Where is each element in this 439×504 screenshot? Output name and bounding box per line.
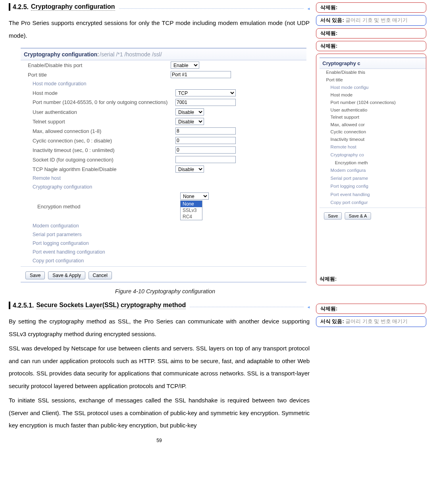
thumb-row: Enable/Disable this (326, 70, 403, 75)
nagle-select[interactable]: Disable (175, 165, 204, 173)
portnum-label: Port number (1024-65535, 0 for only outg… (33, 99, 175, 106)
serialparams-link[interactable]: Serial port parameters (21, 230, 306, 239)
userauth-label: User authentication (33, 109, 175, 115)
userauth-select[interactable]: Disable (175, 108, 204, 115)
leader-line (190, 307, 304, 307)
thumb-row: Modem configura (320, 166, 426, 174)
nagle-label: TCP Nagle algorithm Enable/Disable (33, 166, 175, 172)
cyclic-input[interactable] (175, 137, 236, 144)
telnet-select[interactable]: Disable (175, 118, 204, 125)
paragraph-3: SSL was developed by Netscape for use be… (9, 342, 310, 392)
cryptocfg-link[interactable]: Cryptography configuration (21, 183, 306, 191)
thumb-save-button[interactable]: Save (324, 212, 342, 219)
enc-option-none[interactable]: None (181, 201, 202, 207)
hostmodecfg-link[interactable]: Host mode configuration (21, 79, 306, 88)
maxconn-label: Max, allowed connection (1-8) (33, 128, 175, 134)
telnet-label: Telnet support (33, 119, 175, 125)
heading-text: Secure Sockets Layer(SSL) cryptography m… (36, 302, 186, 309)
comment-format-1: 서식 있음: 글머리 기호 및 번호 매기기 (316, 15, 426, 25)
paragraph-1: The Pro Series supports encrypted sessio… (9, 17, 310, 42)
save-apply-button[interactable]: Save & Apply (48, 271, 85, 279)
thumb-row: Port logging config (320, 183, 426, 190)
comment-deleted-3: 삭제됨: (316, 41, 426, 51)
heading-425: 4.2.5. Cryptography configuration ◂ (13, 3, 310, 11)
thumb-row: Copy port configur (320, 198, 426, 206)
thumb-row: Host mode configu (320, 83, 426, 91)
heading-number: 4.2.5. (13, 4, 29, 11)
breadcrumb: /serial/*1/hostmode/ssl/ (99, 51, 163, 58)
anchor-icon: ◂ (308, 6, 310, 11)
config-title-row: Cryptography configuration : /serial/*1/… (21, 48, 306, 60)
inact-input[interactable] (175, 146, 236, 154)
thumb-row: Host mode (331, 92, 407, 98)
thumb-row: Encryption meth (335, 160, 412, 165)
thumb-row: Cryptography co (320, 151, 426, 159)
anchor-icon: ◂ (308, 305, 310, 309)
enc-option-rc4[interactable]: RC4 (181, 214, 202, 220)
leader-line (119, 8, 304, 9)
thumb-row: Remote host (320, 143, 426, 151)
paragraph-4: To initiate SSL sessions, exchange of me… (9, 394, 310, 432)
maxconn-input[interactable] (175, 127, 236, 135)
modemcfg-link[interactable]: Modem configuration (21, 221, 306, 230)
sockid-input[interactable] (175, 156, 236, 163)
encmethod-label: Encryption method (37, 204, 180, 210)
thumb-row: Cyclic connection (331, 129, 407, 135)
save-button[interactable]: Save (25, 271, 45, 279)
portevent-link[interactable]: Port event handling configuration (21, 248, 306, 256)
config-title: Cryptography configuration (24, 51, 97, 58)
hostmode-select[interactable]: TCP (175, 89, 236, 96)
paragraph-2: By setting the cryptography method as SS… (9, 315, 310, 340)
encmethod-dropdown-open[interactable]: None SSLv3 RC4 (180, 200, 202, 220)
page-number: 59 (9, 438, 310, 443)
comment-deleted-figure: Cryptography c Enable/Disable this Port … (316, 54, 426, 285)
comment-deleted-2: 삭제됨: (316, 28, 426, 38)
heading-number: 4.2.5.1. (13, 302, 34, 309)
porttitle-input[interactable] (171, 71, 231, 78)
enc-option-sslv3[interactable]: SSLv3 (181, 207, 202, 214)
thumb-title: Cryptography c (322, 60, 360, 66)
figure-caption: Figure 4-10 Cryptography configuration (21, 288, 310, 294)
thumb-row: Telnet support (331, 115, 407, 120)
thumb-row: Port title (326, 77, 403, 83)
comment-format-2: 서식 있음: 글머리 기호 및 번호 매기기 (316, 316, 426, 327)
portnum-input[interactable] (175, 99, 236, 106)
thumb-row: User authenticatio (331, 108, 407, 113)
hostmode-label: Host mode (33, 90, 175, 96)
porttitle-label: Port title (28, 72, 171, 78)
thumb-row: Port event handling (320, 190, 426, 198)
copyport-link[interactable]: Copy port configuration (21, 256, 306, 265)
button-row: Save Save & Apply Cancel (21, 268, 306, 283)
cancel-button[interactable]: Cancel (89, 271, 112, 279)
comment-deleted-1: 삭제됨: (316, 2, 426, 13)
thumb-row: Serial port parame (320, 174, 426, 182)
encmethod-select[interactable]: None (180, 192, 209, 200)
thumb-row: Max, allowed cor (331, 122, 407, 127)
comment-deleted-label: 삭제됨: (320, 276, 337, 283)
enable-select[interactable]: Enable (171, 62, 199, 69)
heading-4251: 4.2.5.1. Secure Sockets Layer(SSL) crypt… (13, 302, 310, 309)
portlog-link[interactable]: Port logging configuration (21, 239, 306, 248)
sockid-label: Socket ID (for outgoing connection) (33, 157, 175, 163)
cyclic-label: Cyclic connection (sec, 0 : disable) (33, 138, 175, 144)
heading-text: Cryptography configuration (31, 3, 115, 11)
inact-label: Inactivity timeout (sec, 0 : unlimited) (33, 147, 175, 153)
remotehost-link[interactable]: Remote host (21, 174, 306, 183)
comment-deleted-4: 삭제됨: (316, 304, 426, 314)
figure-4-10: Cryptography configuration : /serial/*1/… (21, 48, 310, 294)
thumb-row: Port number (1024 connections) (331, 100, 407, 106)
thumb-row: Inactivity timeout (331, 137, 407, 142)
thumb-saveapply-button[interactable]: Save & A (345, 212, 371, 219)
enable-label: Enable/Disable this port (28, 62, 171, 68)
